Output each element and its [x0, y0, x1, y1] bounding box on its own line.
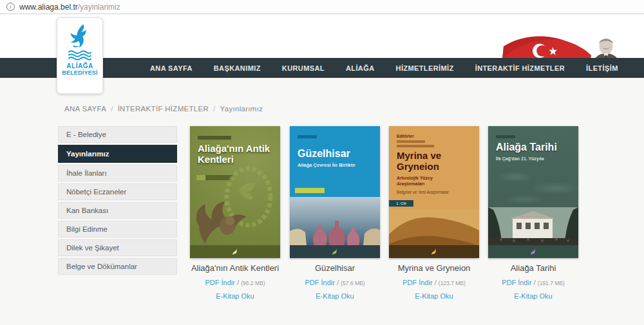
- sidebar-item-nobetci-eczaneler[interactable]: Nöbetçi Eczaneler: [58, 183, 177, 200]
- cover-title: Aliağa Tarihi: [496, 142, 557, 153]
- site-info-icon[interactable]: i: [6, 3, 15, 11]
- cover-subtitle: Arkeolojik Yüzey Araştırmaları: [397, 175, 461, 187]
- relief-texture: [488, 163, 578, 209]
- book-cover-antik-kentleri[interactable]: Aliağa'nın Antik Kentleri: [190, 126, 280, 258]
- volume-badge: 1. Cilt: [389, 200, 413, 207]
- separator: /: [237, 279, 239, 286]
- pdf-download-link[interactable]: PDF İndir: [305, 279, 335, 286]
- breadcrumb-interactive-services[interactable]: İNTERAKTİF HİZMETLER: [118, 105, 209, 113]
- sidebar-item-dilek-ve-sikayet[interactable]: Dilek ve Şikayet: [58, 239, 177, 256]
- url-text[interactable]: www.aliaga.bel.tr/yayinlarimiz: [19, 3, 120, 12]
- cover-title: Myrina ve Gryneion: [397, 151, 471, 172]
- publication-card-myrina: Editörler Myrina ve Gryneion Arkeolojik …: [389, 126, 479, 300]
- page: i www.aliaga.bel.tr/yayinlarimiz ANA SAY…: [0, 0, 644, 325]
- breadcrumb-separator: /: [213, 105, 216, 113]
- breadcrumb-current-page: Yayınlarımız: [220, 105, 263, 113]
- pdf-download-link[interactable]: PDF İndir: [205, 279, 235, 286]
- logo-text-line1: ALİAĞA: [66, 62, 93, 70]
- author-text-bar: [298, 135, 317, 138]
- book-cover-myrina[interactable]: Editörler Myrina ve Gryneion Arkeolojik …: [389, 126, 479, 258]
- nav-item-hizmetlerimiz[interactable]: HİZMETLERİMİZ: [396, 64, 454, 72]
- sidebar-item-kan-bankasi[interactable]: Kan Bankası: [58, 202, 177, 219]
- cover-subtitle: Aliağa Çevresi İle Birlikte: [298, 162, 355, 168]
- editor-name-bar: [397, 140, 425, 143]
- file-size: (57.6 MB): [341, 280, 365, 286]
- ebook-read-link[interactable]: E-Kitap Oku: [415, 292, 453, 300]
- waves-icon: [67, 50, 93, 60]
- nav-item-kurumsal[interactable]: KURUMSAL: [282, 64, 325, 72]
- ebook-read-link[interactable]: E-Kitap Oku: [216, 292, 254, 300]
- publication-card-antik-kentleri: Aliağa'nın Antik Kentleri Aliağa'nın Ant…: [190, 126, 280, 300]
- nav-item-iletisim[interactable]: İLETİŞİM: [586, 64, 618, 72]
- sidebar-item-e-belediye[interactable]: E - Belediye: [58, 126, 177, 143]
- publication-card-aliaga-tarihi: Aliağa Tarihi İlk Çağ'dan 21. Yüzyıla: [488, 126, 578, 300]
- breadcrumb: ANA SAYFA/İNTERAKTİF HİZMETLER/Yayınları…: [64, 105, 263, 113]
- winged-statue-art: [191, 187, 253, 249]
- publisher-logo-icon: [332, 248, 338, 255]
- pdf-download-link[interactable]: PDF İndir: [402, 279, 432, 286]
- publisher-band: [488, 245, 578, 258]
- url-path: /yayinlarimiz: [78, 3, 120, 12]
- pottery-jugs-art: [290, 212, 380, 245]
- file-size: (123.7 MB): [439, 280, 466, 286]
- publication-title: Güzelhisar: [290, 263, 380, 274]
- cover-title: Güzelhisar: [298, 148, 350, 160]
- separator: /: [435, 279, 437, 286]
- sidebar-item-bilgi-edinme[interactable]: Bilgi Edinme: [58, 221, 177, 237]
- editor-name-bar: [397, 145, 434, 147]
- cover-editors-label: Editörler: [397, 134, 414, 138]
- breadcrumb-separator: /: [111, 105, 113, 113]
- publisher-band: [290, 245, 380, 258]
- cover-subtitle: İlk Çağ'dan 21. Yüzyıla: [496, 156, 544, 161]
- cover-extra-text: Belgeler ve Yeni Araştırmalar: [397, 190, 455, 195]
- logo-text-line2: BELEDİYESİ: [62, 70, 98, 76]
- ebook-read-link[interactable]: E-Kitap Oku: [514, 292, 552, 300]
- breadcrumb-home[interactable]: ANA SAYFA: [64, 105, 106, 113]
- sidebar-item-ihale-ilanlari[interactable]: İhale İlanları: [58, 165, 177, 181]
- browser-address-bar[interactable]: i www.aliaga.bel.tr/yayinlarimiz: [0, 0, 644, 14]
- nav-item-baskanimiz[interactable]: BAŞKANIMIZ: [214, 64, 261, 72]
- book-cover-guzelhisar[interactable]: Güzelhisar Aliağa Çevresi İle Birlikte: [290, 126, 380, 258]
- publisher-logo-icon: [431, 248, 437, 255]
- nav-item-aliaga[interactable]: ALİAĞA: [346, 64, 375, 72]
- sidebar-menu: E - Belediye Yayınlarımız İhale İlanları…: [58, 126, 177, 277]
- dove-icon: [67, 23, 93, 50]
- publication-card-guzelhisar: Güzelhisar Aliağa Çevresi İle Birlikte G…: [290, 126, 380, 300]
- publication-title: Myrina ve Gryneion: [389, 263, 479, 274]
- publication-title: Aliağa Tarihi: [488, 263, 578, 274]
- sidebar-item-yayinlarimiz[interactable]: Yayınlarımız: [58, 145, 177, 163]
- author-text-bar: [496, 135, 515, 138]
- edition-badge: [295, 188, 325, 193]
- historic-photo: [488, 207, 578, 247]
- municipality-logo[interactable]: ALİAĞA BELEDİYESİ: [57, 17, 103, 94]
- separator: /: [337, 279, 339, 286]
- author-text-bar: [198, 136, 231, 140]
- nav-item-interaktif-hizmetler[interactable]: İNTERAKTİF HİZMETLER: [475, 64, 565, 72]
- publisher-band: [190, 245, 280, 258]
- file-size: (96.2 MB): [241, 280, 265, 286]
- publisher-logo-icon: [530, 248, 536, 255]
- pdf-download-link[interactable]: PDF İndir: [502, 279, 531, 286]
- file-size: (191.7 MB): [538, 280, 565, 286]
- landscape-photo: [290, 197, 380, 245]
- url-domain: www.aliaga.bel.tr: [19, 3, 78, 12]
- book-cover-aliaga-tarihi[interactable]: Aliağa Tarihi İlk Çağ'dan 21. Yüzyıla: [488, 126, 578, 258]
- separator: /: [534, 279, 536, 286]
- sidebar-item-belge-ve-dokumanlar[interactable]: Belge ve Dökümanlar: [58, 258, 177, 275]
- nav-item-ana-sayfa[interactable]: ANA SAYFA: [150, 64, 193, 72]
- publication-title: Aliağa'nın Antik Kentleri: [190, 263, 280, 274]
- ebook-read-link[interactable]: E-Kitap Oku: [316, 292, 354, 300]
- publisher-band: [389, 245, 479, 258]
- publisher-logo-icon: [232, 248, 238, 255]
